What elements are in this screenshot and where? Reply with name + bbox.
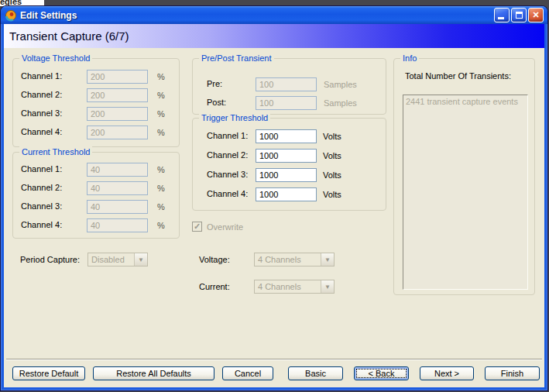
current-select-value: 4 Channels <box>255 280 321 293</box>
trigger-ch4-input[interactable] <box>256 187 317 201</box>
maximize-button[interactable] <box>511 8 527 22</box>
trigger-ch2-label: Channel 2: <box>207 150 248 160</box>
current-threshold-group: Current Threshold Channel 1:% Channel 2:… <box>12 152 180 239</box>
overwrite-checkbox: ✓ <box>192 222 202 232</box>
minimize-icon <box>498 17 504 19</box>
voltage-select-label: Voltage: <box>199 255 230 264</box>
trigger-ch1-unit: Volts <box>323 132 341 141</box>
back-button[interactable]: < Back <box>354 366 409 380</box>
current-ch3-input <box>87 200 148 214</box>
voltage-select-value: 4 Channels <box>255 253 321 266</box>
check-icon: ✓ <box>194 222 201 231</box>
restore-default-button[interactable]: Restore Default <box>12 366 85 380</box>
background-window-fragment: egies <box>0 0 44 6</box>
trigger-ch2-input[interactable] <box>256 149 317 163</box>
trigger-ch4-unit: Volts <box>323 190 341 199</box>
voltage-ch1-unit: % <box>157 72 165 81</box>
current-ch1-label: Channel 1: <box>21 164 62 174</box>
current-ch2-unit: % <box>157 184 165 193</box>
pre-label: Pre: <box>207 79 222 88</box>
voltage-ch2-label: Channel 2: <box>21 90 62 99</box>
chevron-down-icon: ▼ <box>134 253 147 266</box>
period-capture-label: Period Capture: <box>20 255 80 264</box>
cancel-button[interactable]: Cancel <box>222 366 273 380</box>
trigger-ch3-unit: Volts <box>323 170 341 180</box>
current-channels-select: 4 Channels ▼ <box>254 280 335 294</box>
info-title: Info <box>400 53 419 64</box>
basic-button[interactable]: Basic <box>288 366 343 380</box>
current-ch2-input <box>87 181 148 195</box>
wizard-step-banner: Transient Capture (6/7) <box>4 24 544 48</box>
voltage-ch4-unit: % <box>157 128 165 137</box>
trigger-ch4-label: Channel 4: <box>207 189 248 198</box>
voltage-threshold-group: Voltage Threshold Channel 1:% Channel 2:… <box>12 58 180 147</box>
trigger-ch3-label: Channel 3: <box>207 170 248 179</box>
transients-listbox[interactable]: 2441 transient capture events <box>403 95 528 290</box>
current-ch1-input <box>87 163 148 177</box>
trigger-ch1-input[interactable] <box>256 129 317 143</box>
voltage-channels-select: 4 Channels ▼ <box>254 253 335 266</box>
current-threshold-title: Current Threshold <box>19 146 92 158</box>
dialog-body: Voltage Threshold Channel 1:% Channel 2:… <box>4 48 544 387</box>
title-bar[interactable]: Edit Settings ✕ <box>1 6 547 24</box>
voltage-threshold-title: Voltage Threshold <box>19 53 92 64</box>
voltage-ch1-label: Channel 1: <box>21 71 62 81</box>
current-ch3-unit: % <box>157 202 165 211</box>
next-button[interactable]: Next > <box>420 366 474 380</box>
page-title: Transient Capture (6/7) <box>4 29 129 43</box>
trigger-threshold-group: Trigger Threshold Channel 1:Volts Channe… <box>192 118 386 211</box>
chevron-down-icon: ▼ <box>321 253 334 266</box>
current-ch2-label: Channel 2: <box>21 183 62 192</box>
close-button[interactable]: ✕ <box>528 8 544 22</box>
trigger-threshold-title: Trigger Threshold <box>199 112 270 124</box>
current-select-label: Current: <box>199 282 230 291</box>
pre-unit: Samples <box>324 80 357 89</box>
window-title: Edit Settings <box>20 10 494 21</box>
current-ch4-input <box>87 218 148 232</box>
voltage-ch2-input <box>87 88 148 102</box>
restore-all-defaults-button[interactable]: Restore All Defaults <box>93 366 214 380</box>
period-capture-select: Disabled ▼ <box>87 253 148 266</box>
voltage-ch3-unit: % <box>157 109 165 119</box>
minimize-button[interactable] <box>494 8 510 22</box>
current-ch4-unit: % <box>157 221 165 230</box>
trigger-ch2-unit: Volts <box>323 151 341 160</box>
prepost-transient-group: Pre/Post Transient Pre:Samples Post:Samp… <box>192 58 386 115</box>
overwrite-label: Overwrite <box>207 222 243 232</box>
app-icon <box>5 9 17 22</box>
maximize-icon <box>516 12 523 19</box>
voltage-ch3-label: Channel 3: <box>21 108 62 118</box>
transients-list-item: 2441 transient capture events <box>406 97 525 106</box>
voltage-ch4-input <box>87 126 148 139</box>
post-input <box>256 96 317 110</box>
current-ch4-label: Channel 4: <box>21 220 62 229</box>
close-icon: ✕ <box>532 11 539 19</box>
overwrite-row: ✓ Overwrite <box>192 222 243 232</box>
voltage-ch1-input <box>87 70 148 84</box>
current-ch1-unit: % <box>157 165 165 174</box>
post-unit: Samples <box>324 98 357 108</box>
voltage-ch3-input <box>87 107 148 121</box>
trigger-ch1-label: Channel 1: <box>207 131 248 140</box>
voltage-ch2-unit: % <box>157 91 165 100</box>
button-bar-divider <box>6 359 542 360</box>
trigger-ch3-input[interactable] <box>256 168 317 182</box>
current-ch3-label: Channel 3: <box>21 201 62 211</box>
period-capture-value: Disabled <box>88 253 134 266</box>
info-group: Info Total Number Of Transients: 2441 tr… <box>393 58 535 295</box>
prepost-title: Pre/Post Transient <box>199 53 274 64</box>
voltage-ch4-label: Channel 4: <box>21 127 62 136</box>
total-transients-label: Total Number Of Transients: <box>405 71 511 81</box>
finish-button[interactable]: Finish <box>485 366 540 380</box>
edit-settings-dialog: Edit Settings ✕ Transient Capture (6/7) … <box>1 6 547 390</box>
pre-input <box>256 77 317 91</box>
post-label: Post: <box>207 98 226 107</box>
chevron-down-icon: ▼ <box>321 280 334 293</box>
